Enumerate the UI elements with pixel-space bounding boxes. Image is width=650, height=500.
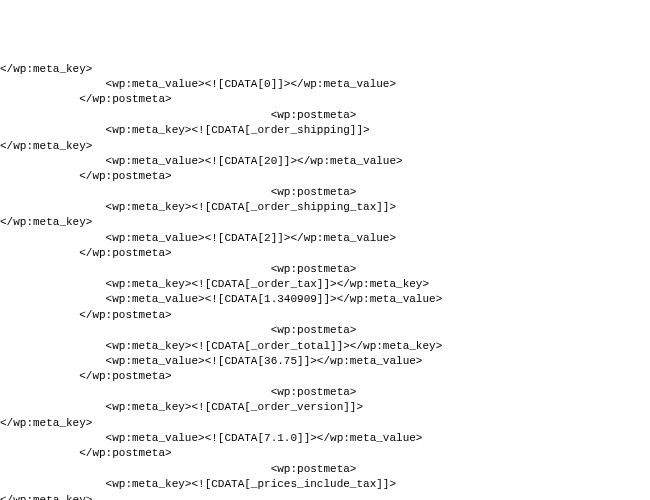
code-line: </wp:meta_key>: [0, 215, 650, 230]
code-line: <wp:postmeta>: [0, 462, 650, 477]
code-line: <wp:meta_key><![CDATA[_order_tax]]></wp:…: [0, 277, 650, 292]
code-line: </wp:meta_key>: [0, 416, 650, 431]
code-line: </wp:postmeta>: [0, 169, 650, 184]
code-line: </wp:postmeta>: [0, 246, 650, 261]
code-line: </wp:postmeta>: [0, 308, 650, 323]
code-line: <wp:postmeta>: [0, 108, 650, 123]
code-line: <wp:postmeta>: [0, 262, 650, 277]
code-line: </wp:postmeta>: [0, 446, 650, 461]
code-line: <wp:meta_key><![CDATA[_order_total]]></w…: [0, 339, 650, 354]
code-line: </wp:postmeta>: [0, 369, 650, 384]
code-line: <wp:postmeta>: [0, 185, 650, 200]
code-line: </wp:meta_key>: [0, 493, 650, 501]
code-line: <wp:meta_value><![CDATA[7.1.0]]></wp:met…: [0, 431, 650, 446]
code-line: <wp:meta_key><![CDATA[_order_version]]>: [0, 400, 650, 415]
code-line: <wp:meta_value><![CDATA[2]]></wp:meta_va…: [0, 231, 650, 246]
code-line: </wp:meta_key>: [0, 139, 650, 154]
code-line: <wp:meta_value><![CDATA[20]]></wp:meta_v…: [0, 154, 650, 169]
code-line: <wp:postmeta>: [0, 385, 650, 400]
code-line: <wp:meta_key><![CDATA[_prices_include_ta…: [0, 477, 650, 492]
code-line: <wp:meta_value><![CDATA[1.340909]]></wp:…: [0, 292, 650, 307]
code-line: <wp:postmeta>: [0, 323, 650, 338]
code-line: <wp:meta_key><![CDATA[_order_shipping_ta…: [0, 200, 650, 215]
code-line: </wp:meta_key>: [0, 62, 650, 77]
code-line: <wp:meta_value><![CDATA[36.75]]></wp:met…: [0, 354, 650, 369]
code-line: <wp:meta_key><![CDATA[_order_shipping]]>: [0, 123, 650, 138]
xml-code-block: </wp:meta_key> <wp:meta_value><![CDATA[0…: [0, 62, 650, 500]
code-line: </wp:postmeta>: [0, 92, 650, 107]
code-line: <wp:meta_value><![CDATA[0]]></wp:meta_va…: [0, 77, 650, 92]
